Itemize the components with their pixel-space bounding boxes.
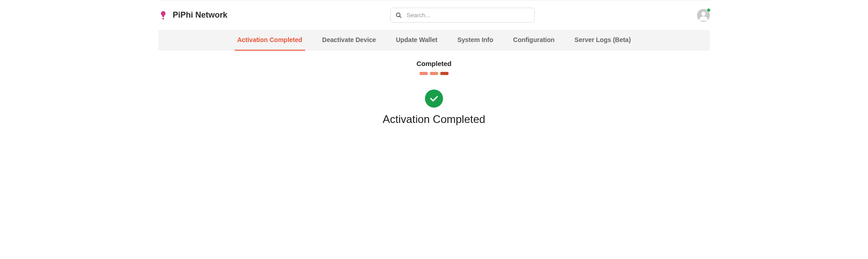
progress-segment [430, 72, 438, 75]
tab-system-info[interactable]: System Info [455, 30, 496, 51]
header: PiPhi Network [158, 0, 710, 30]
search-icon [396, 12, 402, 19]
tab-activation-completed[interactable]: Activation Completed [235, 30, 305, 51]
progress-indicator [158, 72, 710, 75]
search-box [390, 8, 535, 23]
logo-section: PiPhi Network [158, 10, 227, 20]
avatar-icon [697, 9, 710, 22]
tab-configuration[interactable]: Configuration [510, 30, 557, 51]
progress-segment [420, 72, 428, 75]
online-badge [707, 8, 711, 12]
svg-point-0 [162, 18, 164, 19]
logo-icon [158, 10, 168, 20]
progress-segment [440, 72, 448, 75]
svg-line-2 [399, 16, 401, 18]
status-heading: Activation Completed [158, 113, 710, 126]
tabs-bar: Activation Completed Deactivate Device U… [158, 30, 710, 51]
tab-update-wallet[interactable]: Update Wallet [393, 30, 440, 51]
svg-point-4 [701, 11, 705, 15]
content: Completed Activation Completed [158, 51, 710, 135]
tab-deactivate-device[interactable]: Deactivate Device [320, 30, 379, 51]
tab-server-logs[interactable]: Server Logs (Beta) [572, 30, 633, 51]
completed-label: Completed [158, 60, 710, 67]
brand-name: PiPhi Network [173, 10, 227, 20]
search-input[interactable] [390, 8, 535, 23]
avatar-wrapper[interactable] [697, 9, 710, 22]
svg-point-1 [396, 13, 400, 16]
search-wrapper [236, 8, 688, 23]
success-check-icon [425, 89, 443, 108]
